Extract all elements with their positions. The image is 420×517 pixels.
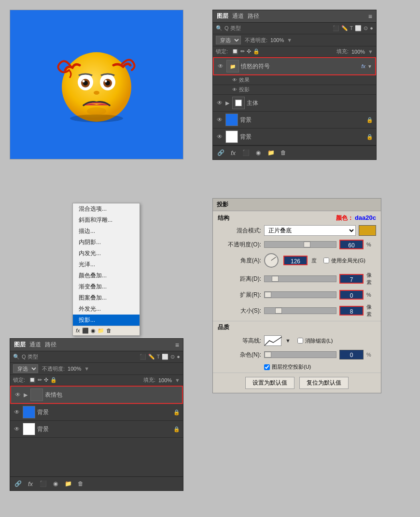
blend-mode-row: 混合模式: 正片叠底 — [213, 223, 381, 238]
angle-degree: 度 — [311, 257, 317, 264]
spread-label: 扩展(R): — [218, 291, 261, 299]
menu-item-inner-glow[interactable]: 内发光... — [73, 248, 140, 259]
menu-item-inner-shadow[interactable]: 内阴影... — [73, 237, 140, 248]
layer-bg-blue[interactable]: 👁 背景 🔒 — [213, 112, 376, 129]
angle-value-box[interactable]: 126 — [283, 256, 308, 265]
fx-icon-b[interactable]: fx — [26, 479, 35, 488]
mask-icon[interactable]: ⬛ — [241, 148, 251, 158]
link-icon[interactable]: 🔗 — [216, 148, 225, 158]
layer-bg-white[interactable]: 👁 背景 🔒 — [213, 129, 376, 145]
set-default-btn[interactable]: 设置为默认值 — [245, 377, 294, 389]
fx-icon[interactable]: fx — [228, 148, 238, 158]
spread-slider[interactable] — [264, 291, 336, 298]
layer-name-1: 主体 — [247, 99, 373, 107]
layer-thumb-3 — [225, 130, 238, 143]
anti-alias-checkbox[interactable] — [297, 338, 303, 344]
layer-eye-wb[interactable]: 👁 — [13, 426, 21, 432]
opacity-slider[interactable] — [264, 241, 336, 248]
layer-eye-1[interactable]: 👁 — [216, 100, 224, 106]
layer-eye-bb[interactable]: 👁 — [13, 409, 21, 416]
color-swatch[interactable] — [359, 225, 376, 236]
layer-thumb-0: 📁 — [226, 60, 239, 72]
spread-value-box[interactable]: 0 — [339, 290, 364, 300]
tab-channels-bottom[interactable]: 通道 — [29, 341, 41, 349]
menu-item-drop-shadow[interactable]: 投影... — [73, 315, 140, 326]
search-row-bottom: 🔍 Q 类型 ⬛ ✏️ T ⬜ ⊙ ● — [10, 351, 183, 363]
angle-control[interactable] — [264, 253, 279, 268]
layer-eye-2[interactable]: 👁 — [216, 116, 224, 123]
global-light-checkbox[interactable] — [323, 258, 329, 263]
contour-thumb[interactable] — [264, 335, 281, 346]
anti-alias-label: 消除锯齿(L) — [305, 337, 333, 345]
menu-item-stroke[interactable]: 描边... — [73, 226, 140, 237]
layer-eye-3[interactable]: 👁 — [216, 133, 224, 140]
adjustment-icon-b[interactable]: ◉ — [51, 479, 60, 488]
effect-eye-1[interactable]: 👁 — [232, 87, 237, 92]
layer-arrow-ep[interactable]: ▶ — [24, 392, 28, 398]
layer-name-0: 愤怒的符号 — [241, 62, 360, 71]
layer-main-body[interactable]: 👁 ▶ 主体 — [213, 95, 376, 112]
tab-layers[interactable]: 图层 — [217, 12, 228, 20]
mask-icon-b[interactable]: ⬛ — [38, 479, 48, 488]
trash-icon-b[interactable]: 🗑 — [76, 479, 85, 488]
opacity-arrow-bottom: ▼ — [84, 366, 89, 372]
layer-bg-blue-bottom[interactable]: 👁 背景 🔒 — [10, 404, 183, 421]
layers-panel-bottom: 图层 通道 路径 ≡ 🔍 Q 类型 ⬛ ✏️ T ⬜ ⊙ ● 穿选 不透明度: … — [10, 338, 183, 491]
knockout-checkbox[interactable] — [264, 364, 270, 370]
dot-icon: ● — [370, 25, 373, 31]
panel-header: 图层 通道 路径 ≡ — [213, 10, 376, 23]
tab-paths-bottom[interactable]: 路径 — [45, 341, 56, 349]
menu-item-satin[interactable]: 光泽... — [73, 259, 140, 270]
adjustment-icon[interactable]: ◉ — [253, 148, 263, 158]
opacity-value-bottom: 100% — [68, 366, 81, 372]
noise-slider[interactable] — [264, 351, 336, 358]
lock-icon2[interactable]: ✏ — [240, 48, 245, 55]
layer-angry-symbol[interactable]: 👁 📁 愤怒的符号 fx ▼ — [213, 57, 376, 75]
lock-icon2-b[interactable]: ✏ — [38, 377, 42, 383]
layer-knockout-row: 图层挖空投影(U) — [213, 361, 381, 373]
noise-unit: % — [366, 352, 376, 358]
tab-channels[interactable]: 通道 — [232, 12, 244, 20]
menu-item-gradient-overlay[interactable]: 渐变叠加... — [73, 281, 140, 292]
menu-item-outer-glow[interactable]: 外发光... — [73, 303, 140, 315]
panel-menu-icon-bottom[interactable]: ≡ — [175, 341, 179, 349]
mode-opacity-row: 穿选 不透明度: 100% ▼ — [213, 34, 376, 46]
distance-value-box[interactable]: 7 — [339, 274, 364, 284]
noise-value-box[interactable]: 0 — [339, 350, 364, 359]
mode-dropdown[interactable]: 穿选 — [216, 36, 241, 44]
distance-slider[interactable] — [264, 275, 336, 282]
layer-bg-white-bottom[interactable]: 👁 背景 🔒 — [10, 421, 183, 438]
folder-icon-btn-b[interactable]: 📁 — [63, 479, 73, 488]
lock-icon1[interactable]: 🔲 — [232, 48, 238, 55]
menu-item-blend[interactable]: 混合选项... — [73, 203, 140, 215]
panel-menu-icon[interactable]: ≡ — [368, 13, 372, 20]
effect-label-1: 投影 — [239, 86, 250, 93]
mode-dropdown-bottom[interactable]: 穿选 — [13, 364, 38, 373]
lock-icon4[interactable]: 🔒 — [253, 48, 260, 55]
layer-eye-0[interactable]: 👁 — [217, 63, 224, 70]
lock-icon3-b[interactable]: ✣ — [44, 377, 48, 383]
blend-mode-dropdown[interactable]: 正片叠底 — [264, 225, 356, 236]
folder-icon-btn[interactable]: 📁 — [266, 148, 276, 158]
layer-emoji-pack[interactable]: 👁 ▶ 表情包 — [10, 386, 183, 404]
svg-point-9 — [105, 80, 107, 83]
opacity-value-box[interactable]: 60 — [339, 240, 364, 249]
effect-eye-0[interactable]: 👁 — [232, 77, 237, 83]
tab-layers-bottom[interactable]: 图层 — [14, 341, 26, 349]
contour-arrow[interactable]: ▼ — [285, 338, 291, 344]
trash-icon[interactable]: 🗑 — [279, 148, 288, 158]
link-icon-b[interactable]: 🔗 — [13, 479, 23, 488]
shape-icon: ⬜ — [355, 25, 362, 31]
size-value-box[interactable]: 8 — [339, 306, 364, 316]
tab-paths[interactable]: 路径 — [248, 12, 259, 20]
size-slider[interactable] — [264, 307, 336, 314]
reset-default-btn[interactable]: 复位为默认值 — [299, 377, 349, 389]
lock-icon4-b[interactable]: 🔒 — [50, 377, 57, 383]
layer-arrow-1[interactable]: ▶ — [225, 100, 229, 106]
lock-icon1-b[interactable]: 🔲 — [29, 377, 36, 383]
layer-eye-ep[interactable]: 👁 — [14, 391, 22, 398]
lock-icon3[interactable]: ✣ — [247, 48, 251, 55]
menu-item-bevel[interactable]: 斜面和浮雕... — [73, 215, 140, 226]
menu-item-color-overlay[interactable]: 颜色叠加... — [73, 270, 140, 281]
menu-item-pattern-overlay[interactable]: 图案叠加... — [73, 292, 140, 303]
